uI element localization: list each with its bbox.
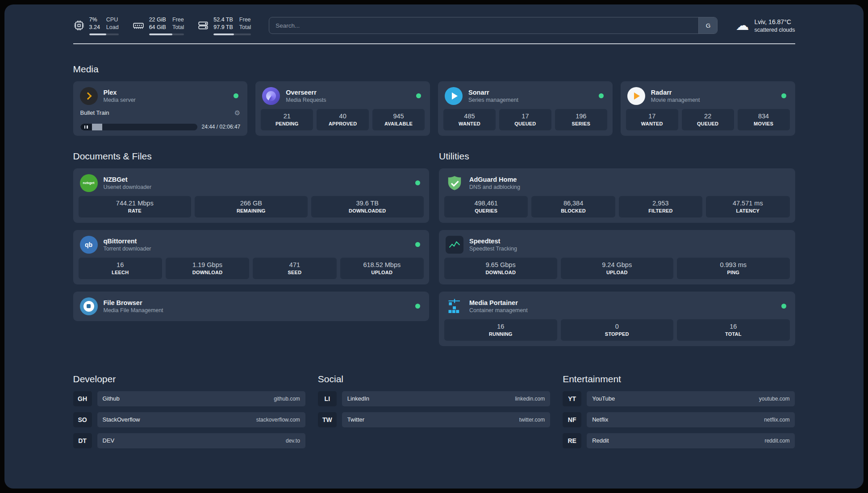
disk-label2: Total xyxy=(239,24,251,31)
service-desc: Movie management xyxy=(651,97,700,103)
disk-free: 52.4 TB xyxy=(213,16,233,24)
stat-block: 16 TOTAL xyxy=(677,319,790,341)
portainer-icon xyxy=(445,297,464,316)
service-name: Plex xyxy=(104,89,136,96)
section-title-entertainment: Entertainment xyxy=(563,374,795,384)
cpu-widget: 7% 3.24 CPU Load xyxy=(73,16,119,35)
playback-time: 24:44 / 02:06:47 xyxy=(202,124,241,130)
section-title-social: Social xyxy=(318,374,550,384)
stat-block: 40 APPROVED xyxy=(317,109,369,130)
cloud-icon: ☁ xyxy=(735,19,749,32)
service-desc: Container management xyxy=(469,307,528,313)
service-card-speedtest[interactable]: Speedtest Speedtest Tracking 9.65 Gbps D… xyxy=(439,230,795,284)
stat-block: 1.19 Gbps DOWNLOAD xyxy=(166,258,249,279)
service-desc: Speedtest Tracking xyxy=(469,246,517,252)
bookmark-link-stackoverflow[interactable]: StackOverflow stackoverflow.com xyxy=(97,412,305,427)
settings-gear-icon[interactable]: ⚙ xyxy=(234,109,240,117)
service-card-qbittorrent[interactable]: qb qBittorrent Torrent downloader 16 LEE… xyxy=(73,230,430,284)
section-title-documents: Documents & Files xyxy=(73,151,430,162)
service-desc: Usenet downloader xyxy=(104,184,152,190)
nzbget-icon: nzbget xyxy=(80,174,98,192)
service-card-sonarr[interactable]: Sonarr Series management 485 WANTED 17 Q… xyxy=(438,81,613,136)
stat-block: 0.993 ms PING xyxy=(677,258,790,279)
stat-block: 22 QUEUED xyxy=(682,109,734,130)
service-name: Overseerr xyxy=(286,89,326,96)
stat-block: 21 PENDING xyxy=(261,109,313,130)
bookmark-link-linkedin[interactable]: LinkedIn linkedin.com xyxy=(342,391,550,406)
bookmark-abbr: RE xyxy=(563,433,581,448)
service-card-portainer[interactable]: Media Portainer Container management 16 … xyxy=(439,292,795,346)
stat-block: 16 RUNNING xyxy=(444,319,557,341)
bookmark-abbr: GH xyxy=(73,391,92,406)
disk-label: Free xyxy=(239,16,251,24)
stat-block: 498,461 QUERIES xyxy=(444,196,528,217)
bookmark-link-youtube[interactable]: YouTube youtube.com xyxy=(587,391,795,406)
stat-block: 17 WANTED xyxy=(626,109,678,130)
service-desc: Series management xyxy=(468,97,518,103)
adguard-icon xyxy=(445,174,464,192)
now-playing-title: Bullet Train xyxy=(80,109,109,116)
service-card-radarr[interactable]: Radarr Movie management 17 WANTED 22 QUE… xyxy=(621,81,795,136)
memory-widget: 22 GiB 64 GiB Free Total xyxy=(132,16,184,35)
bookmark-row: GH Github github.com xyxy=(73,391,305,406)
status-dot xyxy=(415,304,420,309)
bookmark-row: NF Netflix netflix.com xyxy=(563,412,795,427)
bookmark-link-reddit[interactable]: Reddit reddit.com xyxy=(587,433,795,448)
status-dot xyxy=(415,180,420,185)
bookmark-link-netflix[interactable]: Netflix netflix.com xyxy=(587,412,795,427)
stat-block: 618.52 Mbps UPLOAD xyxy=(340,258,424,279)
status-dot xyxy=(599,93,604,98)
disk-widget: 52.4 TB 97.9 TB Free Total xyxy=(197,16,251,35)
bookmark-row: YT YouTube youtube.com xyxy=(563,391,795,406)
cpu-label2: Load xyxy=(106,24,119,31)
service-desc: Media File Management xyxy=(104,307,163,313)
status-dot xyxy=(234,93,238,98)
stat-block: 0 STOPPED xyxy=(561,319,674,341)
status-dot xyxy=(781,93,786,98)
bookmark-row: RE Reddit reddit.com xyxy=(563,433,795,448)
dashboard: 7% 3.24 CPU Load xyxy=(4,4,864,489)
stat-block: 9.24 Gbps UPLOAD xyxy=(561,258,674,279)
service-card-adguard[interactable]: AdGuard Home DNS and adblocking 498,461 … xyxy=(439,168,795,223)
search-input[interactable] xyxy=(269,17,698,33)
stat-block: 9.65 Gbps DOWNLOAD xyxy=(444,258,557,279)
service-name: File Browser xyxy=(104,299,163,306)
stat-block: 86,384 BLOCKED xyxy=(531,196,615,217)
radarr-icon xyxy=(627,87,645,105)
service-card-overseerr[interactable]: Overseerr Media Requests 21 PENDING 40 A… xyxy=(255,81,430,136)
bookmark-link-twitter[interactable]: Twitter twitter.com xyxy=(342,412,550,427)
memory-progress-bar xyxy=(149,33,184,35)
service-card-nzbget[interactable]: nzbget NZBGet Usenet downloader 744.21 M… xyxy=(73,168,430,223)
search-provider-button[interactable]: G xyxy=(698,17,717,33)
service-desc: Media Requests xyxy=(286,97,326,103)
bookmark-abbr: SO xyxy=(73,412,92,427)
stat-block: 471 SEED xyxy=(253,258,336,279)
bookmark-group-developer: Developer GH Github github.com SO StackO… xyxy=(73,374,305,454)
service-card-plex[interactable]: Plex Media server Bullet Train ⚙ xyxy=(73,81,248,136)
service-name: Radarr xyxy=(651,89,700,96)
cpu-loadavg: 3.24 xyxy=(89,24,100,31)
status-dot xyxy=(781,304,786,309)
memory-total: 64 GiB xyxy=(149,24,166,31)
bookmark-link-dev[interactable]: DEV dev.to xyxy=(97,433,305,448)
stat-block: 744.21 Mbps RATE xyxy=(79,196,192,217)
section-title-developer: Developer xyxy=(73,374,305,384)
service-name: qBittorrent xyxy=(104,238,151,245)
pause-button[interactable] xyxy=(80,124,92,130)
service-desc: DNS and adblocking xyxy=(469,184,520,190)
weather-location: Lviv, 16.87°C xyxy=(754,17,795,26)
service-card-filebrowser[interactable]: File Browser Media File Management xyxy=(73,292,430,321)
disk-progress-bar xyxy=(213,33,251,35)
playback-progress-bar[interactable] xyxy=(80,124,197,130)
stat-block: 2,953 FILTERED xyxy=(619,196,702,217)
bookmark-link-github[interactable]: Github github.com xyxy=(97,391,305,406)
weather-condition: scattered clouds xyxy=(754,26,795,33)
bookmark-abbr: NF xyxy=(563,412,581,427)
memory-label2: Total xyxy=(172,24,184,31)
status-dot xyxy=(415,242,420,247)
resource-widgets: 7% 3.24 CPU Load xyxy=(73,16,251,35)
topbar-divider xyxy=(73,43,795,44)
service-desc: Media server xyxy=(104,97,136,103)
section-title-media: Media xyxy=(73,64,795,75)
overseerr-icon xyxy=(262,87,280,105)
